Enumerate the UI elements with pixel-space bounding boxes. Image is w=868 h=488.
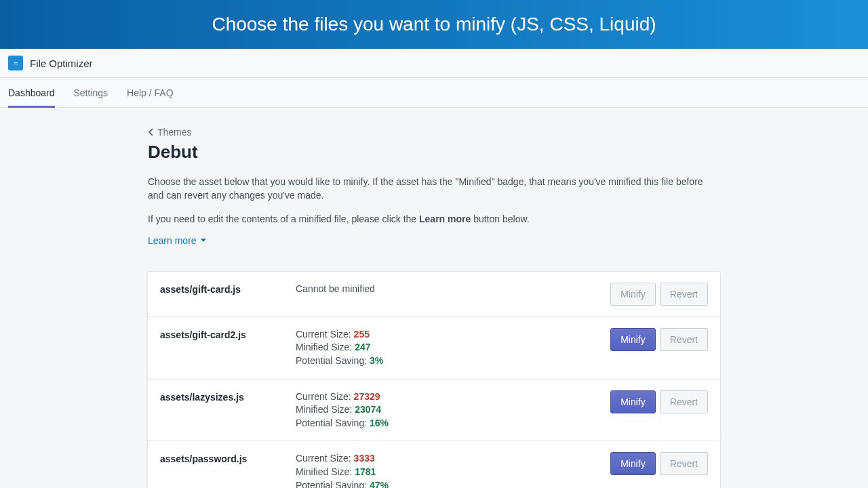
chevron-left-icon bbox=[148, 128, 155, 136]
learn-more-label: Learn more bbox=[148, 235, 197, 246]
asset-actions: MinifyRevert bbox=[610, 452, 708, 475]
asset-row: assets/password.jsCurrent Size: 3333Mini… bbox=[148, 441, 720, 488]
asset-row: assets/lazysizes.jsCurrent Size: 27329Mi… bbox=[148, 380, 720, 442]
asset-name: assets/gift-card.js bbox=[160, 283, 296, 295]
minify-button[interactable]: Minify bbox=[610, 452, 656, 475]
asset-name: assets/gift-card2.js bbox=[160, 328, 296, 340]
page-title: Debut bbox=[148, 142, 720, 163]
tab-dashboard[interactable]: Dashboard bbox=[8, 78, 55, 107]
revert-button: Revert bbox=[660, 452, 708, 475]
asset-info: Current Size: 27329Minified Size: 23074P… bbox=[296, 390, 610, 430]
learn-more-toggle[interactable]: Learn more bbox=[148, 235, 206, 246]
breadcrumb-label: Themes bbox=[157, 127, 192, 138]
asset-info: Current Size: 3333Minified Size: 1781Pot… bbox=[296, 452, 610, 488]
app-name: File Optimizer bbox=[30, 58, 93, 69]
asset-actions: MinifyRevert bbox=[610, 283, 708, 306]
asset-list-card: assets/gift-card.jsCannot be minifiedMin… bbox=[148, 272, 720, 488]
page-content: Themes Debut Choose the asset below that… bbox=[148, 108, 720, 488]
app-icon: ≈ bbox=[8, 56, 23, 70]
app-bar: ≈ File Optimizer bbox=[0, 49, 868, 78]
asset-info: Current Size: 255Minified Size: 247Poten… bbox=[296, 328, 610, 368]
intro2-pre: If you need to edit the contents of a mi… bbox=[148, 214, 419, 224]
revert-button: Revert bbox=[660, 390, 708, 413]
promo-banner: Choose the files you want to minify (JS,… bbox=[0, 0, 868, 49]
intro2-strong: Learn more bbox=[419, 214, 471, 224]
minify-button: Minify bbox=[610, 283, 656, 306]
tab-settings[interactable]: Settings bbox=[74, 78, 108, 107]
tab-help-faq[interactable]: Help / FAQ bbox=[127, 78, 173, 107]
intro-paragraph-1: Choose the asset below that you would li… bbox=[148, 175, 720, 203]
asset-info: Cannot be minified bbox=[296, 283, 610, 296]
revert-button: Revert bbox=[660, 328, 708, 351]
asset-row: assets/gift-card.jsCannot be minifiedMin… bbox=[148, 272, 720, 317]
banner-headline: Choose the files you want to minify (JS,… bbox=[212, 14, 656, 35]
asset-name: assets/lazysizes.js bbox=[160, 390, 296, 403]
intro-paragraph-2: If you need to edit the contents of a mi… bbox=[148, 212, 720, 226]
revert-button: Revert bbox=[660, 283, 708, 306]
intro-text: Choose the asset below that you would li… bbox=[148, 175, 720, 246]
breadcrumb-themes[interactable]: Themes bbox=[148, 127, 192, 138]
tab-bar: DashboardSettingsHelp / FAQ bbox=[0, 78, 868, 108]
asset-actions: MinifyRevert bbox=[610, 390, 708, 413]
caret-down-icon bbox=[201, 239, 206, 242]
minify-button[interactable]: Minify bbox=[610, 328, 656, 351]
intro2-post: button below. bbox=[471, 214, 529, 224]
asset-row: assets/gift-card2.jsCurrent Size: 255Min… bbox=[148, 317, 720, 380]
asset-actions: MinifyRevert bbox=[610, 328, 708, 351]
minify-button[interactable]: Minify bbox=[610, 390, 656, 413]
asset-name: assets/password.js bbox=[160, 452, 296, 464]
